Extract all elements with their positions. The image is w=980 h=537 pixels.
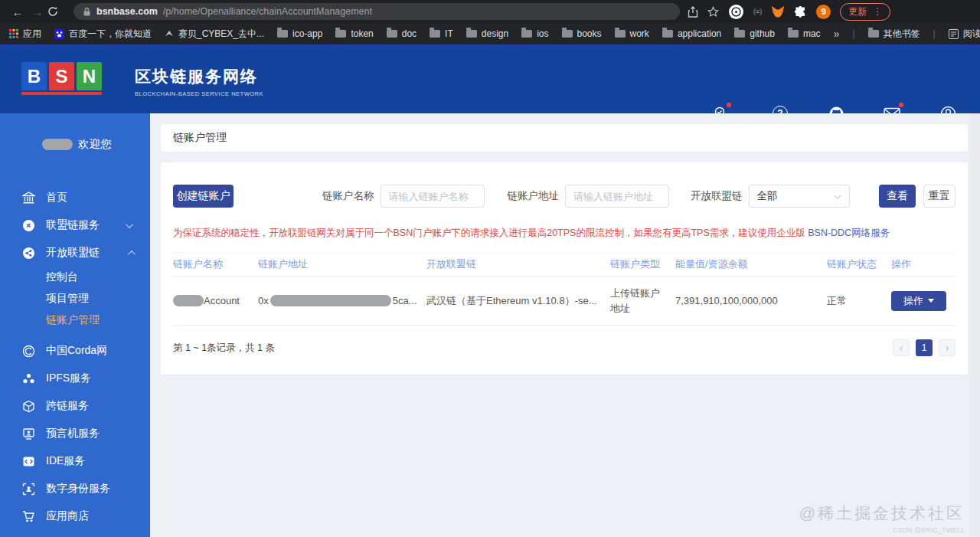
table-footer: 第 1 ~ 1条记录，共 1 条 ‹ 1 › bbox=[173, 339, 956, 356]
col-status: 链账户状态 bbox=[827, 257, 891, 271]
address-bar[interactable]: bsnbase.com/p/home/Openalliance/chainAcc… bbox=[74, 3, 680, 20]
folder-icon bbox=[615, 30, 626, 38]
brand-subtitle: BLOCKCHAIN-BASED SERVICE NETWORK bbox=[135, 90, 263, 97]
reset-button[interactable]: 重置 bbox=[923, 185, 956, 208]
bookmark-baidu[interactable]: 百度一下，你就知道 bbox=[54, 28, 152, 41]
open-chain-select[interactable]: 全部 bbox=[749, 185, 851, 208]
bookmark-folder-mac[interactable]: mac bbox=[788, 28, 821, 39]
chevron-up-icon bbox=[128, 250, 136, 257]
main-content: 链账户管理 创建链账户 链账户名称 链账户地址 开放联盟链 全部 查看 重置 为… bbox=[150, 113, 980, 537]
toolbar-actions: (≡) 9 更新 ⋮ bbox=[688, 3, 890, 21]
bookmark-apps[interactable]: 应用 bbox=[9, 28, 41, 41]
account-name-label: 链账户名称 bbox=[322, 189, 374, 203]
url-path: /p/home/Openalliance/chainAccountManagem… bbox=[163, 6, 372, 17]
sidebar-item-oracle[interactable]: 预言机服务 bbox=[0, 420, 150, 447]
sidebar-item-china-corda[interactable]: 中国Corda网 bbox=[0, 337, 150, 365]
page-title: 链账户管理 bbox=[173, 131, 227, 145]
account-name-input[interactable] bbox=[381, 185, 485, 208]
other-bookmarks[interactable]: 其他书签 bbox=[868, 28, 920, 41]
forward-icon[interactable]: → bbox=[28, 5, 47, 18]
share-icon[interactable] bbox=[688, 6, 698, 18]
back-icon[interactable]: ← bbox=[8, 5, 28, 18]
next-page-button[interactable]: › bbox=[939, 339, 956, 356]
bookmark-folder-token[interactable]: token bbox=[335, 28, 373, 39]
create-chain-account-button[interactable]: 创建链账户 bbox=[173, 185, 234, 208]
bookmark-folder-books[interactable]: books bbox=[562, 28, 602, 39]
bookmark-folder-it[interactable]: IT bbox=[430, 28, 453, 39]
folder-icon bbox=[277, 30, 288, 38]
profile-avatar[interactable]: 9 bbox=[816, 5, 831, 19]
sidebar-item-open-consortium[interactable]: 开放联盟链 bbox=[0, 239, 150, 267]
account-address-input[interactable] bbox=[565, 185, 669, 208]
sidebar-item-consortium-services[interactable]: 联盟链服务 bbox=[0, 211, 150, 239]
bookmark-star-icon[interactable] bbox=[707, 6, 719, 18]
cell-account-name: Account bbox=[173, 295, 258, 306]
sidebar-subitem-chain-account-management[interactable]: 链账户管理 bbox=[0, 309, 150, 331]
reading-list-icon bbox=[949, 29, 959, 39]
bookmark-folder-github[interactable]: github bbox=[734, 28, 775, 39]
sidebar: 欢迎您 首页 联盟链服务 开放联盟链 控制台 项目管理 链账户管理 bbox=[0, 113, 150, 537]
reading-list[interactable]: 阅读清单 bbox=[949, 28, 980, 41]
sidebar-item-ide[interactable]: IDE服务 bbox=[0, 447, 150, 475]
recorder-extension-icon[interactable] bbox=[728, 4, 744, 20]
chrome-update-button[interactable]: 更新 ⋮ bbox=[840, 3, 890, 21]
bookmark-folder-doc[interactable]: doc bbox=[387, 28, 416, 39]
notification-dot bbox=[727, 103, 731, 107]
open-consortium-submenu: 控制台 项目管理 链账户管理 bbox=[0, 267, 150, 331]
oracle-monitor-icon bbox=[21, 427, 35, 440]
sidebar-subitem-console[interactable]: 控制台 bbox=[0, 267, 150, 288]
sidebar-item-home[interactable]: 首页 bbox=[0, 184, 150, 211]
chain-account-panel: 创建链账户 链账户名称 链账户地址 开放联盟链 全部 查看 重置 为保证系统的稳… bbox=[161, 162, 968, 375]
bsn-ddc-link[interactable]: BSN-DDC网络服务 bbox=[808, 228, 890, 238]
apps-grid-icon bbox=[9, 29, 18, 38]
welcome-row: 欢迎您 bbox=[42, 137, 112, 152]
prev-page-button[interactable]: ‹ bbox=[893, 339, 910, 356]
redacted-address bbox=[270, 295, 391, 306]
reload-icon[interactable] bbox=[47, 6, 67, 17]
sidebar-item-digital-identity[interactable]: 数字身份服务 bbox=[0, 475, 150, 503]
scrollbar[interactable] bbox=[970, 113, 980, 537]
chain-account-table: 链账户名称 链账户地址 开放联盟链 链账户类型 能量值/资源余额 链账户状态 操… bbox=[173, 252, 956, 326]
sidebar-item-cross-chain[interactable]: 跨链服务 bbox=[0, 392, 150, 420]
browser-menu-icon[interactable]: ⋮ bbox=[873, 6, 882, 17]
consortium-chain-icon bbox=[21, 218, 35, 232]
col-open-chain: 开放联盟链 bbox=[426, 257, 610, 271]
baidu-icon bbox=[54, 29, 64, 39]
bookmark-folder-application[interactable]: application bbox=[662, 28, 721, 39]
redacted-username bbox=[42, 139, 73, 150]
view-button[interactable]: 查看 bbox=[879, 185, 915, 208]
bookmark-folder-ico-app[interactable]: ico-app bbox=[277, 28, 322, 39]
extension-icon[interactable]: (≡) bbox=[753, 8, 762, 15]
folder-icon bbox=[734, 30, 745, 38]
sidebar-item-user-center[interactable]: 用户中心 bbox=[0, 530, 150, 537]
table-row: Account 0x5ca... 武汉链（基于Ethereum v1.10.8）… bbox=[173, 277, 956, 326]
sidebar-item-app-store[interactable]: 应用商店 bbox=[0, 503, 150, 530]
folder-icon bbox=[788, 30, 799, 38]
redacted-name bbox=[173, 295, 204, 306]
bookmarks-bar: 应用 百度一下，你就知道 赛贝_CYBEX_去中... ico-app toke… bbox=[0, 23, 980, 44]
bank-icon bbox=[21, 191, 35, 205]
sidebar-subitem-project-management[interactable]: 项目管理 bbox=[0, 288, 150, 309]
sidebar-item-ipfs[interactable]: IPFS服务 bbox=[0, 365, 150, 392]
ipfs-icon bbox=[21, 372, 35, 385]
bookmark-folder-design[interactable]: design bbox=[466, 28, 508, 39]
browser-toolbar: ← → bsnbase.com/p/home/Openalliance/chai… bbox=[0, 0, 980, 23]
page-1-button[interactable]: 1 bbox=[916, 339, 933, 356]
col-account-name: 链账户名称 bbox=[173, 257, 258, 271]
chevron-down-icon bbox=[834, 192, 841, 199]
bookmark-cybex[interactable]: 赛贝_CYBEX_去中... bbox=[165, 28, 264, 41]
bookmarks-overflow-chevron[interactable]: » bbox=[834, 28, 840, 40]
cell-account-type: 上传链账户地址 bbox=[610, 286, 675, 316]
lock-icon bbox=[83, 7, 91, 17]
bookmark-folder-ios[interactable]: ios bbox=[521, 28, 548, 39]
extensions-puzzle-icon[interactable] bbox=[794, 5, 807, 18]
welcome-label: 欢迎您 bbox=[78, 137, 112, 152]
folder-icon bbox=[868, 30, 879, 38]
url-domain: bsnbase.com bbox=[96, 6, 158, 17]
bookmark-folder-work[interactable]: work bbox=[615, 28, 649, 39]
row-action-button[interactable]: 操作 bbox=[891, 291, 946, 311]
logo-letter-n: N bbox=[77, 62, 102, 90]
metamask-icon[interactable] bbox=[771, 5, 785, 18]
divider: | bbox=[933, 28, 936, 39]
bsn-logo[interactable]: B S N bbox=[21, 62, 102, 90]
